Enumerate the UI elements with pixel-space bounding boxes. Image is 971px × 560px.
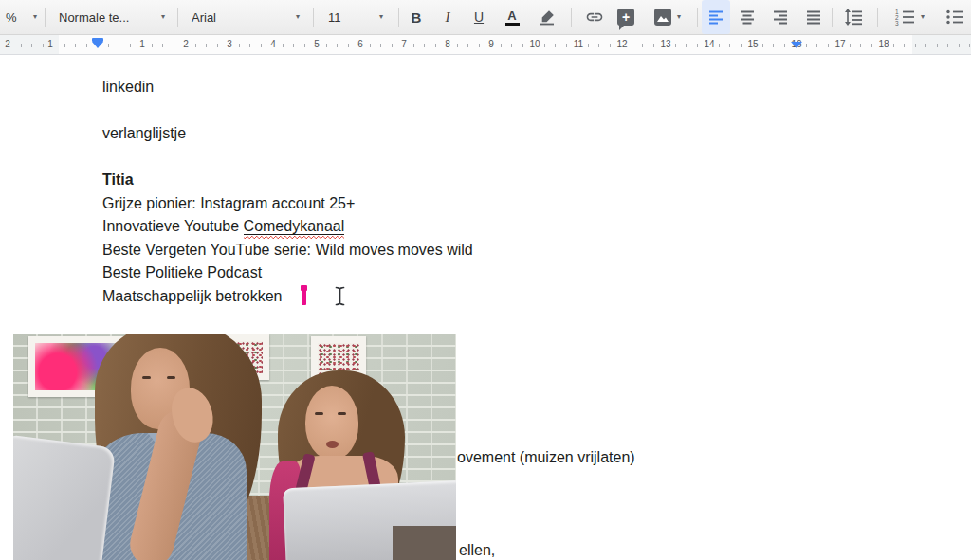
ruler-number: 18: [875, 39, 891, 50]
paragraph-style-value: Normale te...: [59, 10, 129, 25]
font-family-value: Arial: [192, 10, 216, 25]
numbered-list-icon: 123: [894, 9, 915, 26]
image-icon: [654, 9, 671, 26]
ruler-number: 8: [442, 39, 453, 50]
toolbar-separator: [398, 8, 399, 27]
line-spacing-button[interactable]: [839, 0, 868, 34]
highlight-color-button[interactable]: [533, 0, 561, 34]
toolbar-separator: [313, 8, 314, 27]
ruler-number: 17: [832, 39, 848, 50]
align-justify-icon: [805, 9, 822, 26]
chevron-down-icon: ▾: [296, 13, 300, 21]
ruler-number: 7: [398, 39, 410, 50]
doc-line: Innovatieve Youtube Comedykanaal: [102, 215, 344, 239]
doc-line: Grijze pionier: Instagram account 25+: [102, 192, 355, 216]
chevron-down-icon: ▾: [921, 13, 925, 21]
toolbar-separator: [697, 8, 698, 27]
insert-link-button[interactable]: [580, 0, 609, 34]
chevron-down-icon: ▾: [379, 13, 383, 21]
align-justify-button[interactable]: [799, 0, 828, 34]
ruler-number: 12: [614, 39, 630, 50]
toolbar-separator: [45, 8, 46, 27]
ruler-number: 1: [137, 39, 148, 50]
italic-button[interactable]: I: [433, 0, 462, 34]
toolbar-separator: [832, 8, 833, 27]
svg-text:3: 3: [895, 20, 899, 26]
document-page[interactable]: linkedinverlanglijstjeTitiaGrijze pionie…: [0, 55, 971, 560]
bold-button[interactable]: B: [402, 0, 431, 34]
font-family-select[interactable]: Arial ▾: [186, 0, 305, 34]
doc-line: Maatschappelijk betrokken: [102, 285, 282, 309]
align-center-icon: [739, 9, 756, 26]
align-center-button[interactable]: [733, 0, 761, 34]
doc-line: verlanglijstje: [102, 122, 186, 146]
ruler-number: 2: [180, 39, 192, 50]
ruler-number: 2: [2, 39, 13, 50]
ruler-number: 9: [486, 39, 497, 50]
doc-line: Beste Politieke Podcast: [102, 262, 262, 285]
bulleted-list-button[interactable]: [941, 0, 969, 34]
align-left-icon: [707, 9, 724, 26]
doc-line: linkedin: [102, 76, 154, 99]
horizontal-ruler: 21123456789101112131415161718: [0, 35, 971, 55]
left-laptop: [13, 434, 116, 560]
bulleted-list-icon: [945, 9, 964, 26]
toolbar-separator: [571, 8, 572, 27]
left-indent-marker[interactable]: [92, 38, 103, 48]
zoom-value: %: [6, 10, 17, 25]
zoom-select[interactable]: % ▾: [0, 0, 43, 34]
link-icon: [585, 8, 604, 27]
chevron-down-icon: ▾: [161, 13, 165, 21]
toolbar-separator: [177, 8, 178, 27]
font-size-select[interactable]: 11 ▾: [322, 0, 389, 34]
partial-doc-line-2: ellen,: [459, 542, 495, 559]
text-color-icon: A: [505, 9, 520, 26]
misspelled-word: Comedykanaal: [244, 218, 345, 235]
insert-image-button[interactable]: ▾: [643, 0, 692, 34]
ruler-number: 1: [45, 39, 56, 50]
collaborator-cursor: [302, 286, 306, 305]
doc-line: Titia: [102, 169, 134, 192]
ruler-number: 3: [224, 39, 235, 50]
font-size-value: 11: [328, 10, 341, 25]
toolbar-separator: [877, 8, 878, 27]
add-comment-button[interactable]: +: [612, 0, 640, 34]
video-overlay[interactable]: [13, 334, 456, 560]
doc-line: Beste Vergeten YouTube serie: Wild moves…: [102, 239, 473, 262]
ruler-number: 14: [701, 39, 717, 50]
formatting-toolbar: % ▾ Normale te... ▾ Arial ▾ 11 ▾ B I U A: [0, 0, 971, 35]
partial-doc-line-1: ovement (muizen vrijlaten): [457, 449, 635, 466]
ruler-number: 4: [267, 39, 279, 50]
comment-icon: +: [617, 9, 634, 26]
paragraph-style-select[interactable]: Normale te... ▾: [53, 0, 171, 34]
underline-button[interactable]: U: [465, 0, 493, 34]
ruler-number: 11: [571, 39, 586, 50]
align-right-icon: [772, 9, 789, 26]
line-spacing-icon: [844, 9, 863, 26]
google-docs-window: % ▾ Normale te... ▾ Arial ▾ 11 ▾ B I U A: [0, 0, 971, 560]
ruler-number: 15: [744, 39, 760, 50]
align-left-button[interactable]: [702, 0, 730, 34]
chevron-down-icon: ▾: [677, 13, 681, 21]
ruler-number: 6: [355, 39, 366, 50]
ruler-number: 10: [526, 39, 542, 50]
right-indent-marker[interactable]: [791, 42, 802, 48]
ruler-number: 5: [311, 39, 322, 50]
align-right-button[interactable]: [766, 0, 795, 34]
highlighter-icon: [539, 9, 556, 26]
chevron-down-icon: ▾: [33, 13, 37, 21]
shadow-corner: [393, 526, 456, 560]
ruler-number: 13: [657, 39, 673, 50]
text-ibeam-cursor: [334, 285, 346, 307]
text-color-button[interactable]: A: [498, 0, 526, 34]
numbered-list-button[interactable]: 123 ▾: [884, 0, 935, 34]
